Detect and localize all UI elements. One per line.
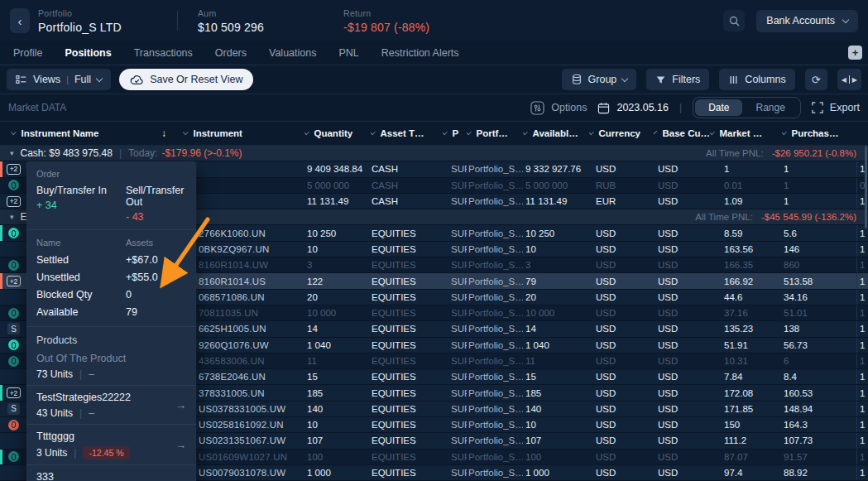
save-label: Save Or Reset View	[150, 74, 242, 85]
group-row[interactable]: ▾Cash: $9 483 975.48|Today:-$179.96 (>-0…	[0, 146, 868, 161]
arrow-right-icon: →	[175, 399, 186, 411]
all-time-pnl-label: All Time PNL:	[695, 212, 753, 222]
unsettled-value: +$55.0	[126, 272, 186, 283]
tab-orders[interactable]: Orders	[215, 47, 247, 59]
sell-transfer-out-value: - 43	[126, 211, 186, 223]
date-range-toggle: Date Range	[693, 97, 801, 118]
columns-button[interactable]: Columns	[719, 69, 794, 90]
divider: |	[79, 407, 82, 419]
row-accent-bar	[0, 450, 2, 464]
alert-dot-icon	[8, 420, 19, 430]
product-item[interactable]: 333 3 Units | -12.45 % →	[26, 464, 196, 481]
panel-bar-icon	[849, 75, 850, 84]
products-section: Products Out Of The Product 73 Units | –	[26, 327, 196, 385]
chevron-down-icon	[96, 75, 103, 81]
product-item[interactable]: TestStrategies22222 43 Units | – →	[26, 385, 196, 424]
chevron-down-icon	[523, 129, 527, 134]
aum-value: $10 509 296	[198, 21, 264, 34]
product-item[interactable]: Ttttgggg 3 Units | -12.45 % →	[26, 424, 196, 464]
options-button[interactable]: Options	[530, 101, 587, 115]
tab-restriction-alerts[interactable]: Restriction Alerts	[381, 47, 459, 59]
row-accent-bar	[0, 225, 2, 240]
chevron-down-icon	[305, 129, 309, 134]
product-name: TestStrategies22222	[36, 392, 186, 403]
views-value: Full	[74, 74, 91, 85]
tab-pnl[interactable]: PNL	[338, 47, 358, 59]
calendar-icon	[597, 102, 610, 114]
panel-toggle-button[interactable]: ◀ ▶	[837, 69, 861, 90]
chevron-down-icon	[443, 129, 447, 134]
column-header-base-cu[interactable]: Base Cu…	[654, 122, 710, 145]
column-header-availabl[interactable]: Availabl…	[523, 122, 589, 145]
multi-position-badge: +2	[7, 196, 21, 207]
column-header-purchas[interactable]: Purchas…	[782, 122, 856, 145]
assets-header: Assets	[126, 238, 186, 248]
back-button[interactable]: ‹	[10, 8, 30, 33]
divider	[177, 11, 178, 31]
toggle-range[interactable]: Range	[742, 99, 798, 116]
view-toolbar: Views | Full Save Or Reset View Group Fi…	[0, 65, 868, 94]
product-value: –	[89, 368, 94, 380]
column-header-market[interactable]: Market …	[710, 122, 782, 145]
portfolio-label: Portfolio	[38, 8, 137, 18]
column-header-portf[interactable]: Portf…	[467, 122, 523, 145]
status-dot-icon	[8, 451, 19, 462]
strategy-badge: S	[7, 403, 20, 415]
export-expand-icon	[812, 102, 823, 113]
export-button[interactable]: Export	[812, 102, 860, 113]
market-data-bar: Market DATA Options 2023.05.16 | Date Ra…	[0, 94, 868, 122]
add-tab-button[interactable]: +	[848, 46, 862, 60]
group-label: Cash: $9 483 975.48	[21, 147, 113, 159]
row-accent-bar	[0, 273, 2, 288]
today-value: -$179.96 (>-0.1%)	[161, 147, 242, 159]
column-header-instrument-name[interactable]: Instrument Name↓	[0, 122, 178, 145]
available-label: Available	[36, 306, 119, 318]
filters-button[interactable]: Filters	[646, 69, 709, 90]
column-label: Quantity	[314, 128, 353, 138]
vertical-scrollbar[interactable]	[865, 146, 867, 228]
search-button[interactable]	[723, 10, 745, 31]
blocked-qty-value: 0	[126, 289, 186, 301]
tab-positions[interactable]: Positions	[65, 47, 111, 59]
tab-profile[interactable]: Profile	[13, 47, 42, 59]
market-data-title: Market DATA	[8, 102, 66, 113]
save-or-reset-view-button[interactable]: Save Or Reset View	[119, 69, 253, 90]
options-sliders-icon	[530, 101, 544, 115]
products-title: Products	[36, 334, 186, 346]
column-header-asset-t[interactable]: Asset T…	[371, 122, 443, 145]
position-details-popover: Order Buy/Transfer In + 34 Sell/Transfer…	[26, 161, 196, 481]
name-header: Name	[36, 238, 119, 248]
toggle-date[interactable]: Date	[695, 99, 742, 116]
group-button[interactable]: Group	[562, 69, 637, 90]
column-label: Purchas…	[792, 128, 839, 138]
bank-accounts-selector[interactable]: Bank Accounts	[756, 10, 858, 32]
date-picker[interactable]: 2023.05.16	[597, 102, 669, 114]
back-chevron-icon: ‹	[18, 14, 22, 28]
column-header-instrument[interactable]: Instrument	[178, 122, 305, 145]
column-label: Instrument	[194, 128, 242, 138]
column-header-quantity[interactable]: Quantity	[305, 122, 371, 145]
divider: |	[79, 368, 82, 380]
chevron-down-icon	[11, 129, 16, 134]
refresh-button[interactable]: ⟳	[805, 69, 827, 90]
chevron-down-icon	[654, 130, 658, 135]
product-name: Out Of The Product	[36, 353, 186, 364]
cloud-check-icon	[130, 75, 144, 85]
divider: |	[679, 102, 682, 113]
strategy-badge: S	[7, 323, 20, 334]
column-header-currency[interactable]: Currency	[589, 122, 654, 145]
column-label: P	[453, 128, 459, 138]
tab-valuations[interactable]: Valuations	[269, 47, 316, 59]
column-header-p[interactable]: P	[443, 122, 467, 145]
views-selector[interactable]: Views | Full	[7, 69, 111, 90]
return-label: Return	[343, 8, 429, 18]
product-name: 333	[36, 471, 186, 481]
settled-value: +$67.0	[126, 254, 186, 266]
product-units: 43 Units	[36, 407, 73, 419]
portfolio-app: ‹ Portfolio Portfolio_S LTD Aum $10 509 …	[0, 0, 868, 481]
product-value: –	[89, 407, 94, 419]
product-item: Out Of The Product 73 Units | –	[36, 353, 186, 385]
tab-transactions[interactable]: Transactions	[134, 47, 193, 59]
divider: |	[74, 447, 76, 459]
options-label: Options	[551, 102, 587, 113]
